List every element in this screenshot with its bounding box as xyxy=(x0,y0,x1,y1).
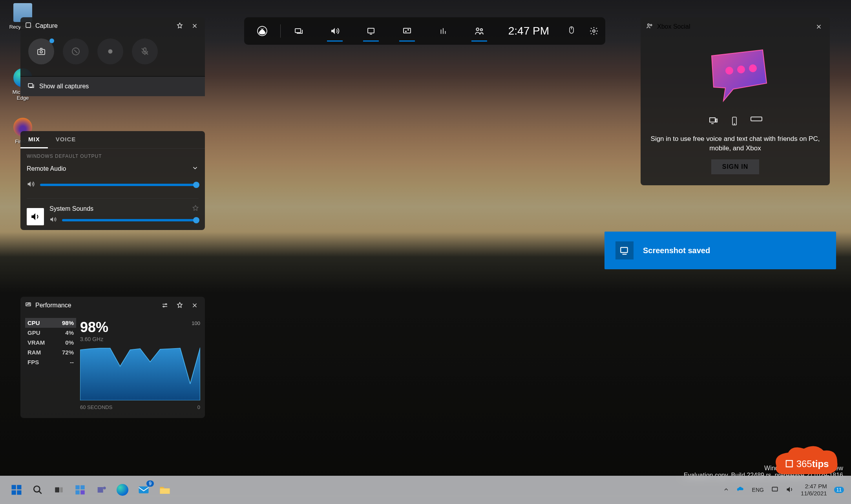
svg-rect-39 xyxy=(75,485,80,489)
perf-chart xyxy=(80,345,200,400)
svg-point-22 xyxy=(725,67,733,75)
perf-stat-cpu[interactable]: CPU98% xyxy=(25,318,76,328)
settings-button[interactable] xyxy=(159,300,170,311)
taskview-button[interactable] xyxy=(49,480,68,499)
svg-point-43 xyxy=(103,487,106,489)
settings-button[interactable] xyxy=(583,17,605,45)
notification-badge[interactable]: 11 xyxy=(834,487,844,493)
explorer-button[interactable] xyxy=(155,480,174,499)
tray-chevron-icon[interactable] xyxy=(723,486,729,494)
speaker-icon xyxy=(27,180,35,190)
pc-icon xyxy=(708,116,719,129)
close-button[interactable] xyxy=(189,20,200,31)
svg-rect-44 xyxy=(139,486,149,493)
pin-button[interactable] xyxy=(174,300,185,311)
system-sounds-label: System Sounds xyxy=(49,205,93,212)
perf-ymin: 0 xyxy=(197,404,200,410)
system-sounds-icon xyxy=(27,208,44,225)
perf-ymax: 100 xyxy=(192,320,200,326)
performance-button[interactable] xyxy=(389,17,425,45)
perf-stat-gpu[interactable]: GPU4% xyxy=(25,328,76,338)
onedrive-icon[interactable] xyxy=(736,486,745,494)
taskbar-clock[interactable]: 2:47 PM 11/6/2021 xyxy=(801,483,827,497)
svg-rect-12 xyxy=(368,28,374,33)
screenshot-button[interactable] xyxy=(28,38,54,64)
svg-rect-34 xyxy=(12,490,16,495)
mic-toggle-button[interactable] xyxy=(132,38,158,64)
svg-point-24 xyxy=(749,64,757,72)
performance-icon xyxy=(25,301,31,309)
perf-stat-list: CPU98% GPU4% VRAM0% RAM72% FPS-- xyxy=(25,318,76,410)
svg-rect-38 xyxy=(60,488,63,493)
gallery-icon xyxy=(27,82,35,91)
svg-point-19 xyxy=(593,30,595,32)
perf-big-value: 98% xyxy=(80,320,108,334)
svg-point-21 xyxy=(650,24,652,26)
gamebar-topbar: 2:47 PM xyxy=(244,17,605,45)
teams-button[interactable] xyxy=(92,480,111,499)
widgets-button[interactable] xyxy=(71,480,89,499)
link-icon[interactable] xyxy=(771,486,779,495)
svg-rect-45 xyxy=(160,488,170,494)
xbox-social-panel: Xbox Social Sign in to u xyxy=(641,17,830,185)
svg-rect-26 xyxy=(716,119,717,122)
output-device-label: Remote Audio xyxy=(27,165,66,172)
star-icon[interactable] xyxy=(192,205,199,213)
svg-rect-11 xyxy=(295,29,301,33)
toast-text: Screenshot saved xyxy=(643,246,710,255)
volume-icon[interactable] xyxy=(786,486,794,495)
capture-button[interactable] xyxy=(353,17,389,45)
svg-rect-29 xyxy=(751,117,762,121)
xbox-button[interactable] xyxy=(244,17,280,45)
close-button[interactable] xyxy=(189,300,200,311)
search-button[interactable] xyxy=(28,480,47,499)
close-button[interactable] xyxy=(813,21,824,32)
perf-stat-ram[interactable]: RAM72% xyxy=(25,347,76,357)
svg-point-4 xyxy=(108,49,113,54)
system-sounds-slider[interactable] xyxy=(62,219,199,221)
performance-panel: Performance CPU98% GPU4% VRAM0% RAM72% F… xyxy=(20,297,205,418)
perf-stat-fps[interactable]: FPS-- xyxy=(25,357,76,367)
output-device-select[interactable]: Remote Audio xyxy=(20,161,205,176)
mouse-button[interactable] xyxy=(560,17,583,45)
topbar-time: 2:47 PM xyxy=(497,25,560,37)
svg-rect-33 xyxy=(17,485,21,489)
record-last-button[interactable] xyxy=(63,38,89,64)
svg-rect-25 xyxy=(710,118,715,122)
show-all-captures-button[interactable]: Show all captures xyxy=(20,76,205,96)
svg-point-23 xyxy=(737,66,745,73)
tab-voice[interactable]: VOICE xyxy=(48,131,84,148)
record-button[interactable] xyxy=(97,38,123,64)
start-button[interactable] xyxy=(7,480,26,499)
screenshot-icon xyxy=(615,241,634,259)
console-icon xyxy=(750,116,763,129)
widgets-button[interactable] xyxy=(281,17,317,45)
svg-point-36 xyxy=(34,486,40,492)
edge-button[interactable] xyxy=(113,480,132,499)
output-volume-slider[interactable] xyxy=(40,184,199,186)
tab-mix[interactable]: MIX xyxy=(20,131,48,148)
social-title: Xbox Social xyxy=(657,23,690,30)
svg-point-14 xyxy=(405,31,406,32)
pin-button[interactable] xyxy=(174,20,185,31)
performance-title: Performance xyxy=(35,302,155,309)
social-illustration xyxy=(650,44,820,108)
capture-title: Capture xyxy=(35,22,170,29)
audio-panel: MIX VOICE WINDOWS DEFAULT OUTPUT Remote … xyxy=(20,131,205,230)
svg-point-20 xyxy=(648,24,650,26)
audio-section-label: WINDOWS DEFAULT OUTPUT xyxy=(20,149,205,161)
mail-button[interactable]: 9 xyxy=(134,480,153,499)
perf-stat-vram[interactable]: VRAM0% xyxy=(25,338,76,347)
svg-point-15 xyxy=(408,29,409,30)
screenshot-toast[interactable]: Screenshot saved xyxy=(604,232,836,269)
resources-button[interactable] xyxy=(425,17,461,45)
chevron-down-icon xyxy=(192,164,199,173)
language-indicator[interactable]: ENG xyxy=(752,487,764,493)
svg-point-28 xyxy=(734,124,735,124)
svg-rect-46 xyxy=(772,487,777,491)
audio-button[interactable] xyxy=(317,17,353,45)
social-button[interactable] xyxy=(461,17,497,45)
signin-button[interactable]: SIGN IN xyxy=(711,159,760,174)
speaker-icon xyxy=(49,216,57,225)
svg-rect-32 xyxy=(12,485,16,489)
